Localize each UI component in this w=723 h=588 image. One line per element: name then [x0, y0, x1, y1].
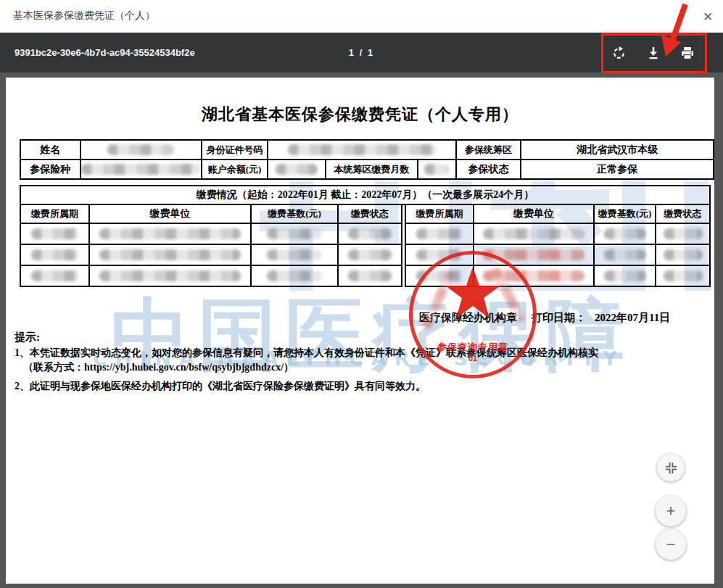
col-unit: 缴费单位: [474, 204, 594, 223]
redacted-balance: [268, 160, 326, 179]
note-line-1b: （联系方式：https://ybj.hubei.gov.cn/bsfw/qsyb…: [23, 361, 294, 374]
balance-label: 账户余额(元): [202, 160, 268, 179]
authority-caption: 医疗保障经办机构章: [419, 311, 517, 325]
table-row: [405, 244, 710, 265]
info-row-1: 姓名 身份证件号码 参保统筹区 湖北省武汉市本级: [20, 140, 714, 160]
note-line-2: 2、此证明与现参保地医保经办机构打印的《湖北省医疗保险参保缴费证明》具有同等效力…: [15, 380, 426, 393]
rotate-button[interactable]: [603, 37, 635, 69]
zoom-out-button[interactable]: −: [656, 529, 686, 560]
col-base: 缴费基数(元): [251, 204, 338, 223]
info-table: 姓名 身份证件号码 参保统筹区 湖北省武汉市本级 参保险种 账户余额(元) 本统…: [20, 139, 714, 180]
certificate-document: 湖北省基本医保参保缴费凭证（个人专用） 姓名 身份证件号码 参保统筹区 湖北省武…: [6, 78, 714, 584]
download-button[interactable]: [637, 37, 669, 69]
id-label: 身份证件号码: [202, 140, 268, 160]
insurance-label: 参保险种: [20, 160, 80, 179]
col-status: 缴费状态: [338, 204, 402, 223]
print-date-value: 2022年07月11日: [595, 312, 670, 323]
fit-to-page-icon: [665, 462, 677, 474]
pool-label: 参保统筹区: [456, 140, 521, 160]
col-base: 缴费基数(元): [594, 204, 656, 223]
certificate-modal: 基本医保参保缴费凭证（个人） ✕ 1 / 1 9391bc2e-30e6-4b7…: [0, 0, 723, 588]
table-row: [20, 223, 402, 244]
info-row-2: 参保险种 账户余额(元) 本统筹区缴费月数 参保状态 正常参保: [20, 160, 714, 179]
table-row: [405, 223, 710, 244]
modal-title: 基本医保参保缴费凭证（个人）: [13, 9, 155, 22]
notes-title: 提示:: [15, 331, 40, 344]
fit-to-page-button[interactable]: [657, 454, 685, 481]
col-status: 缴费状态: [656, 204, 710, 223]
print-button[interactable]: [672, 37, 703, 69]
redacted-insurance: [80, 160, 202, 179]
status-value: 正常参保: [521, 160, 714, 179]
table-row: [20, 244, 402, 265]
print-date-label: 打印日期：: [532, 312, 586, 323]
payment-section-header: 缴费情况（起始：2022年01月 截止：2022年07月）（一次最多展示24个月…: [20, 185, 711, 205]
plus-icon: +: [666, 502, 676, 521]
col-period: 缴费所属期: [20, 204, 89, 223]
column-header-row: 缴费所属期 缴费单位 缴费基数(元) 缴费状态: [405, 204, 710, 223]
note-line-1: 1、本凭证数据实时动态变化，如对您的参保信息有疑问，请您持本人有效身份证件和本《…: [15, 347, 667, 360]
certificate-title: 湖北省基本医保参保缴费凭证（个人专用）: [6, 104, 714, 125]
modal-header: 基本医保参保缴费凭证（个人） ✕: [0, 0, 723, 33]
redacted-id: [268, 140, 455, 160]
close-icon: ✕: [703, 9, 713, 25]
pdf-viewer[interactable]: 中国医疗保障 中国医疗保障 CHINA HEALTHCARE SECURITY …: [0, 73, 723, 588]
payment-table-left: 缴费所属期 缴费单位 缴费基数(元) 缴费状态: [20, 204, 402, 287]
print-icon: [681, 47, 694, 59]
document-id: 9391bc2e-30e6-4b7d-ac94-35524534bf2e: [15, 33, 195, 73]
close-button[interactable]: ✕: [697, 6, 719, 28]
payment-table-right: 缴费所属期 缴费单位 缴费基数(元) 缴费状态: [405, 204, 711, 287]
zoom-in-button[interactable]: +: [656, 496, 686, 526]
pdf-page: 中国医疗保障 中国医疗保障 CHINA HEALTHCARE SECURITY …: [6, 78, 714, 584]
print-date: 打印日期：2022年07月11日: [532, 311, 670, 325]
table-row: [405, 265, 710, 286]
months-label: 本统筹区缴费月数: [326, 160, 418, 179]
table-row: [20, 265, 402, 286]
col-unit: 缴费单位: [89, 204, 251, 223]
download-icon: [648, 47, 659, 59]
column-header-row: 缴费所属期 缴费单位 缴费基数(元) 缴费状态: [20, 204, 402, 223]
rotate-icon: [612, 46, 626, 60]
name-label: 姓名: [20, 140, 80, 160]
status-label: 参保状态: [456, 160, 521, 179]
redacted-name: [80, 140, 202, 160]
minus-icon: −: [666, 535, 676, 554]
pool-value: 湖北省武汉市本级: [521, 140, 714, 160]
redacted-months: [418, 160, 456, 179]
col-period: 缴费所属期: [405, 204, 474, 223]
